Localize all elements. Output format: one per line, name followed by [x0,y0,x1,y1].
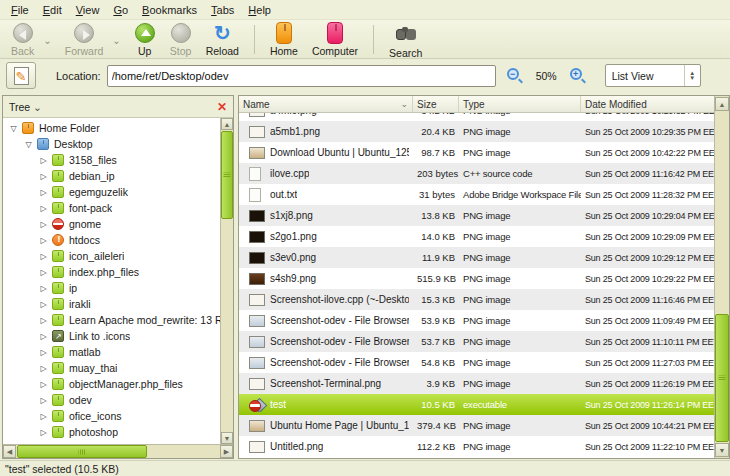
s1xj8.png[interactable]: s1xj8.png 13.8 KB PNG image Sun 25 Oct 2… [239,205,714,226]
column-header-date[interactable]: Date Modified [581,96,714,112]
s4sh9.png[interactable]: s4sh9.png 515.9 KB PNG image Sun 25 Oct … [239,268,714,289]
expander-icon[interactable] [37,220,50,229]
location-input[interactable] [107,65,496,87]
expander-icon[interactable] [37,268,50,277]
up-button[interactable]: Up [127,22,163,57]
scroll-up-icon[interactable]: ▲ [715,97,729,111]
zoom-out-button[interactable]: − [506,67,524,85]
tree-item[interactable]: font-pack [3,200,220,216]
menu-bookmarks[interactable]: Bookmarks [135,2,204,18]
home-button[interactable]: Home [263,22,305,57]
menu-view[interactable]: View [69,2,107,18]
Download Ubuntu | Ubuntu_1256...[interactable]: Download Ubuntu | Ubuntu_1256... 98.7 KB… [239,142,714,163]
tree-item[interactable]: Link to .icons [3,328,220,344]
a4ml9.png[interactable]: a4ml9.png 34.2 KB PNG image Sun 25 Oct 2… [239,113,714,121]
Ubuntu Home Page | Ubuntu_125...[interactable]: Ubuntu Home Page | Ubuntu_125... 379.4 K… [239,415,714,436]
expander-icon[interactable] [37,364,50,373]
menu-edit[interactable]: Edit [36,2,69,18]
expander-icon[interactable] [37,332,50,341]
tree-hscroll-thumb[interactable] [17,445,147,458]
tree-item[interactable]: gnome [3,216,220,232]
menu-tabs[interactable]: Tabs [204,2,241,18]
scroll-right-icon[interactable]: ▶ [220,445,233,458]
tree-item[interactable]: objectManager.php_files [3,376,220,392]
tree-item[interactable]: irakli [3,296,220,312]
forward-button[interactable]: Forward [58,22,127,57]
expander-icon[interactable] [37,396,50,405]
tree-item[interactable]: ofice_icons [3,408,220,424]
s2go1.png[interactable]: s2go1.png 14.0 KB PNG image Sun 25 Oct 2… [239,226,714,247]
tree-item[interactable]: 3158_files [3,152,220,168]
zoom-in-button[interactable]: + [569,67,587,85]
scroll-up-icon[interactable]: ▲ [221,118,233,130]
tree-item[interactable]: index.php_files [3,264,220,280]
tree-item[interactable]: egemguzelik [3,184,220,200]
tree-horizontal-scrollbar[interactable]: ◀ ▶ [3,444,233,458]
tree-item[interactable]: Desktop [3,136,220,152]
tree-vertical-scrollbar[interactable]: ▲ ▼ [220,118,233,444]
ilove.cpp[interactable]: ilove.cpp 203 bytes C++ source code Sun … [239,163,714,184]
back-button[interactable]: Back [4,22,58,57]
file-scroll-thumb[interactable] [715,314,729,442]
tree-item[interactable]: odev [3,392,220,408]
expander-icon[interactable] [37,252,50,261]
menu-help[interactable]: Help [241,2,278,18]
tree-item[interactable]: htdocs [3,232,220,248]
test[interactable]: test 10.5 KB executable Sun 25 Oct 2009 … [239,394,714,415]
expander-icon[interactable] [37,348,50,357]
edit-location-button[interactable] [6,62,36,89]
scroll-down-icon[interactable]: ▼ [221,432,233,444]
expander-icon[interactable] [37,428,50,437]
Screenshot-odev - File Browser.p...[interactable]: Screenshot-odev - File Browser.p... 53.9… [239,310,714,331]
expander-icon[interactable] [37,204,50,213]
expander-icon[interactable] [37,236,50,245]
expander-icon[interactable] [37,316,50,325]
tree-item[interactable]: debian_ip [3,168,220,184]
scroll-left-icon[interactable]: ◀ [3,445,16,458]
column-header-name[interactable]: Name [239,96,413,112]
a5mb1.png[interactable]: a5mb1.png 20.4 KB PNG image Sun 25 Oct 2… [239,121,714,142]
s3ev0.png[interactable]: s3ev0.png 11.9 KB PNG image Sun 25 Oct 2… [239,247,714,268]
column-header-size[interactable]: Size [413,96,459,112]
tree-item[interactable]: photoshop [3,424,220,440]
spinner-arrows-icon[interactable]: ▲▼ [684,65,700,86]
Screenshot-odev - File Browser-2...[interactable]: Screenshot-odev - File Browser-2... 54.8… [239,352,714,373]
column-header-type[interactable]: Type [459,96,581,112]
expander-icon[interactable] [37,188,50,197]
close-side-pane-icon[interactable]: ✕ [217,100,227,114]
view-mode-select[interactable]: List View ▲▼ [605,64,701,87]
scroll-down-icon[interactable]: ▼ [715,443,729,457]
side-pane-mode-dropdown[interactable]: Tree [9,101,42,113]
Untitled.png[interactable]: Untitled.png 112.2 KB PNG image Sun 25 O… [239,436,714,457]
Screenshot-odev - File Browser-1...[interactable]: Screenshot-odev - File Browser-1... 53.7… [239,331,714,352]
side-pane-header: Tree ✕ [3,96,233,118]
tree-item[interactable]: muay_thai [3,360,220,376]
expander-icon[interactable] [7,124,20,133]
Screenshot-Terminal.png[interactable]: Screenshot-Terminal.png 3.9 KB PNG image… [239,373,714,394]
tree-scroll-thumb[interactable] [221,131,233,219]
search-button[interactable]: Search [382,22,429,57]
file-list-vertical-scrollbar[interactable]: ▲ ▼ [714,96,729,458]
tree-item[interactable]: matlab [3,344,220,360]
expander-icon[interactable] [37,156,50,165]
stop-button[interactable]: Stop [163,22,199,57]
out.txt[interactable]: out.txt 31 bytes Adobe Bridge Workspace … [239,184,714,205]
computer-button[interactable]: Computer [305,22,365,57]
tree-item[interactable]: Learn Apache mod_rewrite: 13 Real-world [3,312,220,328]
toolbar: Back Forward Up [0,20,730,59]
expander-icon[interactable] [37,284,50,293]
tree-item[interactable]: icon_aileleri [3,248,220,264]
menu-go[interactable]: Go [106,2,135,18]
tree-item[interactable]: Home Folder [3,120,220,136]
expander-icon[interactable] [37,300,50,309]
expander-icon[interactable] [37,380,50,389]
Screenshot-ilove.cpp (~-Desktop...[interactable]: Screenshot-ilove.cpp (~-Desktop... 15.3 … [239,289,714,310]
expander-icon[interactable] [37,412,50,421]
menu-file[interactable]: File [4,2,36,18]
expander-icon[interactable] [22,140,35,149]
tree-item[interactable]: ip [3,280,220,296]
status-bar: "test" selected (10.5 KB) [0,460,730,476]
expander-icon[interactable] [37,172,50,181]
reload-button[interactable]: Reload [199,22,246,57]
toolbar-separator [373,25,374,54]
